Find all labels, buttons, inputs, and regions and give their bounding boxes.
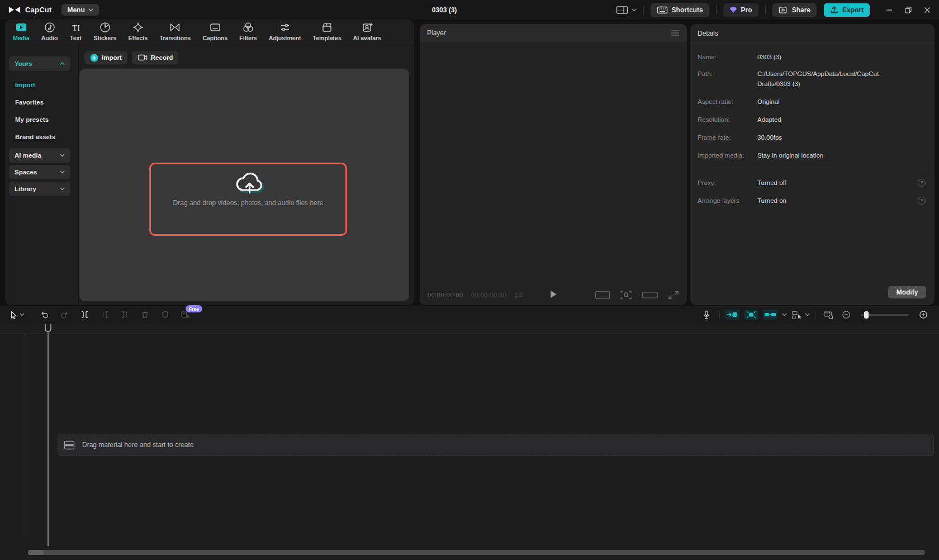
timeline-zoom-slider[interactable] (861, 314, 909, 316)
preview-axis-icon (791, 310, 803, 320)
tab-filters[interactable]: Filters (238, 21, 258, 41)
detail-row-arrange-layers: Arrange layers Turned on ? (698, 196, 927, 206)
pro-button[interactable]: Pro (723, 3, 758, 17)
cursor-icon (8, 310, 17, 320)
sidebar-group-yours[interactable]: Yours (9, 56, 70, 71)
timeline-drop-target[interactable]: Drag material here and start to create (58, 434, 934, 456)
detail-row-path: Path: C:/Users/TOPGUS/AppData/Local/CapC… (698, 69, 927, 89)
zoom-out-button[interactable] (838, 306, 854, 324)
record-button[interactable]: Record (132, 51, 179, 64)
import-button[interactable]: Import (84, 51, 127, 64)
capcut-logo-text: CapCut (25, 6, 51, 14)
tab-text[interactable]: TI Text (69, 21, 83, 41)
play-icon (549, 290, 558, 299)
split-button[interactable] (74, 306, 94, 324)
linking-dropdown[interactable] (780, 306, 789, 324)
linking-toggle[interactable] (763, 310, 777, 320)
tab-label: Adjustment (269, 35, 301, 41)
tab-media[interactable]: Media (12, 21, 31, 41)
captions-tab-icon (209, 21, 221, 34)
templates-tab-icon (321, 21, 333, 34)
pro-gem-icon (729, 6, 737, 13)
delete-right-icon (120, 310, 130, 320)
fullscreen-icon (668, 290, 679, 300)
select-tool-button[interactable] (4, 306, 28, 324)
free-badge: Free (186, 305, 202, 312)
film-icon (64, 440, 75, 450)
fit-zoom-button[interactable] (620, 290, 632, 300)
slider-handle[interactable] (864, 311, 869, 319)
sidebar-group-ai-media[interactable]: AI media (9, 148, 70, 163)
timecode-current: 00:00:00:00 (428, 292, 463, 298)
canvas-ratio-button[interactable] (595, 290, 610, 300)
adapt-timeline-button[interactable] (818, 306, 838, 324)
tab-label: Templates (313, 35, 342, 41)
detail-row-resolution: Resolution: Adapted (698, 115, 927, 125)
export-button[interactable]: Export (824, 3, 870, 17)
delete-right-button[interactable] (115, 306, 135, 324)
chevron-down-icon (60, 154, 65, 157)
close-button[interactable] (918, 0, 937, 20)
details-panel: Details Name: 0303 (3) Path: C:/Users/TO… (690, 24, 935, 305)
sidebar-item-brand-assets[interactable]: Brand assets (9, 128, 78, 145)
help-icon[interactable]: ? (918, 179, 926, 187)
detail-value: 0303 (3) (757, 52, 781, 62)
help-icon[interactable]: ? (918, 197, 926, 205)
share-icon (779, 6, 788, 15)
fullscreen-button[interactable] (668, 290, 679, 300)
shortcuts-button[interactable]: Shortcuts (651, 3, 709, 17)
tab-label: Text (70, 35, 82, 41)
sidebar-item-favorites[interactable]: Favorites (9, 93, 78, 111)
ratio-icon (595, 290, 610, 300)
tab-adjustment[interactable]: Adjustment (268, 21, 302, 41)
tab-label: Media (13, 35, 30, 41)
tab-audio[interactable]: Audio (40, 21, 59, 41)
zoom-in-button[interactable] (916, 306, 931, 324)
divider (765, 6, 766, 15)
horizontal-scrollbar[interactable] (28, 550, 925, 555)
detail-label: Path: (698, 69, 757, 89)
restore-button[interactable] (899, 0, 918, 20)
sidebar-group-spaces[interactable]: Spaces (9, 165, 70, 179)
sidebar-item-import[interactable]: Import (9, 76, 78, 93)
voiceover-button[interactable] (696, 306, 717, 324)
delete-left-button[interactable] (94, 306, 115, 324)
delete-button[interactable] (135, 306, 155, 324)
divider (716, 6, 717, 15)
tab-stickers[interactable]: Stickers (93, 21, 118, 41)
sidebar-group-label: Yours (15, 60, 32, 67)
play-button[interactable] (549, 290, 558, 299)
menu-button[interactable]: Menu (61, 4, 98, 16)
tab-label: Audio (41, 35, 58, 41)
tab-captions[interactable]: Captions (201, 21, 229, 41)
main-track-magnet-toggle[interactable] (744, 310, 758, 320)
detail-value: 30.00fps (757, 132, 782, 143)
tab-transitions[interactable]: Transitions (158, 21, 192, 41)
redo-button[interactable] (54, 306, 74, 324)
smart-text-removal-button[interactable]: Free (175, 306, 195, 324)
sidebar-group-library[interactable]: Library (9, 182, 70, 196)
tab-ai-avatars[interactable]: AI avatars (352, 21, 382, 41)
player-menu-icon[interactable] (671, 30, 680, 36)
timeline-ruler[interactable] (0, 324, 939, 334)
divider (643, 6, 644, 15)
fit-zoom-icon (620, 290, 632, 300)
scrollbar-thumb[interactable] (28, 550, 44, 555)
minimize-button[interactable] (880, 0, 899, 20)
layout-select-button[interactable] (616, 6, 637, 15)
tab-templates[interactable]: Templates (312, 21, 343, 41)
auto-attach-toggle[interactable] (725, 310, 739, 320)
tab-effects[interactable]: Effects (127, 21, 149, 41)
media-dropzone[interactable]: Drag and drop videos, photos, and audio … (149, 163, 347, 236)
mask-button[interactable] (155, 306, 175, 324)
modify-button[interactable]: Modify (888, 286, 926, 298)
undo-button[interactable] (34, 306, 54, 324)
resolution-button[interactable] (642, 291, 658, 300)
preview-axis-button[interactable] (789, 306, 812, 324)
ribbon-tabs: Media Audio TI Text Stickers Effects Tra… (5, 20, 414, 43)
sidebar-item-my-presets[interactable]: My presets (9, 111, 78, 128)
details-title: Details (690, 24, 935, 43)
media-library-area: Drag and drop videos, photos, and audio … (79, 69, 409, 301)
share-button[interactable]: Share (772, 3, 817, 17)
chevron-up-icon (60, 62, 65, 65)
